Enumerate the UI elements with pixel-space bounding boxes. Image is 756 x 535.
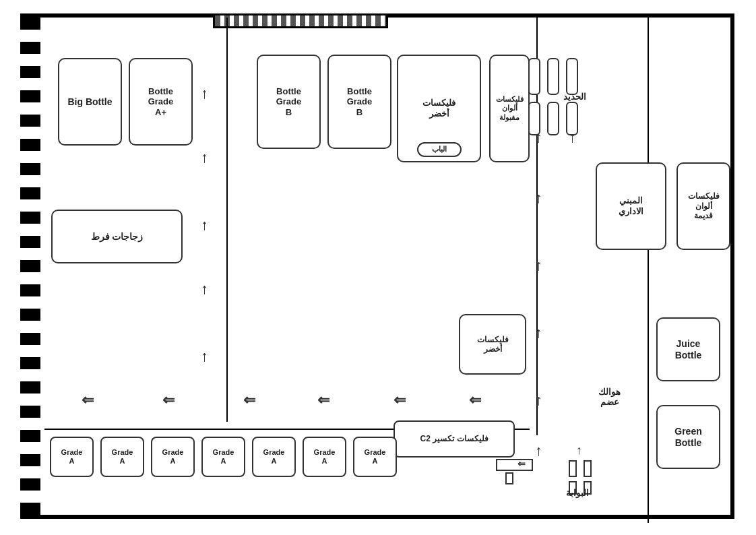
arrow-left-6: ⇐ <box>469 391 481 409</box>
flexi-green-mid-box: فليكساتأخضر <box>459 314 526 375</box>
arrow-left-3: ⇐ <box>243 391 255 409</box>
arrow-up-3: ↑ <box>201 216 208 234</box>
arrow-up-r5: ↑ <box>535 391 542 409</box>
grade-a-6: GradeA <box>303 437 346 477</box>
flexi-colors-accepted-box: فليكساتألوانمقبولة <box>489 55 530 162</box>
arrow-up-5: ↑ <box>201 348 208 365</box>
juice-bottle-box: JuiceBottle <box>656 317 720 381</box>
arrow-up-r7: ↑ <box>569 129 576 146</box>
right-item-2 <box>547 58 559 95</box>
admin-building-box: المبنيالاداري <box>596 162 666 250</box>
arrow-up-r4: ↑ <box>535 324 542 342</box>
right-item-5 <box>547 102 559 135</box>
hawalek-adm-label: هوالكعضم <box>598 387 621 407</box>
right-item-1 <box>528 58 540 95</box>
grade-a-4: GradeA <box>201 437 245 477</box>
bottle-grade-b2-box: BottleGradeB <box>327 55 391 149</box>
gate-box-3 <box>584 460 592 477</box>
grade-a-5: GradeA <box>252 437 296 477</box>
arrow-up-4: ↑ <box>201 280 208 298</box>
gate-arrow-left: ⇐ <box>517 458 526 469</box>
arrow-left-4: ⇐ <box>317 391 329 409</box>
right-item-3 <box>566 58 578 95</box>
green-bottle-box: GreenBottle <box>656 405 720 469</box>
big-bottle-box: Big Bottle <box>58 58 122 146</box>
left-divider <box>226 18 228 422</box>
left-wall-stripe <box>20 18 40 515</box>
grade-a-3: GradeA <box>151 437 195 477</box>
grade-a-2: GradeA <box>100 437 144 477</box>
arrow-up-2: ↑ <box>201 149 208 166</box>
flexi-old-colors-box: فليكساتألوانقديمة <box>676 162 730 250</box>
arrow-up-r1: ↑ <box>535 129 542 146</box>
gate-box-2 <box>569 460 577 477</box>
arrow-up-1: ↑ <box>201 85 208 102</box>
arrow-up-r2: ↑ <box>535 189 542 207</box>
arrow-up-r6: ↑ <box>535 442 542 460</box>
grade-a-1: GradeA <box>50 437 94 477</box>
bottle-grade-b1-box: BottleGradeB <box>257 55 321 149</box>
arrow-left-5: ⇐ <box>393 391 406 409</box>
zarjagat-fart-box: زجاجات فرط <box>51 210 183 263</box>
warehouse-floor-plan: Big Bottle BottleGradeA+ BottleGradeB Bo… <box>20 13 734 519</box>
gate-arrow-up: ↑ <box>576 443 582 458</box>
arrow-up-r3: ↑ <box>535 257 542 274</box>
top-entry-bar <box>213 13 388 28</box>
door-label-box: الباب <box>417 142 462 157</box>
c2-flexi-box: C2 فليكسات تكسير <box>393 420 515 458</box>
arrow-left-2: ⇐ <box>162 391 175 409</box>
bottle-grade-aplus-box: BottleGradeA+ <box>129 58 193 146</box>
grade-a-7: GradeA <box>353 437 397 477</box>
gate-box-1 <box>496 459 533 471</box>
right-outer-divider <box>648 18 649 523</box>
gate-label: البوابة <box>566 488 589 498</box>
gate-box-4 <box>505 472 513 484</box>
arrow-left-1: ⇐ <box>82 391 94 409</box>
